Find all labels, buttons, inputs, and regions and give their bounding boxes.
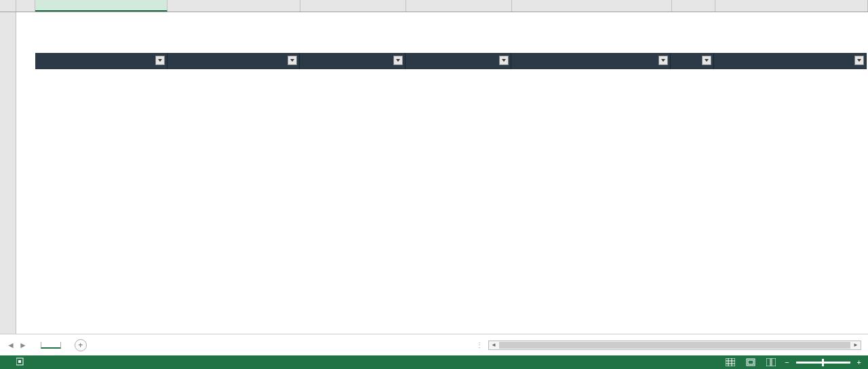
header-notes[interactable] [714, 53, 867, 69]
row-number-gutter [0, 12, 16, 334]
sheet-next-icon[interactable]: ► [19, 341, 27, 350]
scroll-left-icon[interactable]: ◄ [489, 342, 498, 348]
svg-rect-9 [766, 358, 770, 366]
select-all-corner[interactable] [0, 0, 16, 12]
filter-icon[interactable] [499, 56, 509, 65]
sheet-nav-buttons[interactable]: ◄ ► [0, 341, 34, 350]
col-E[interactable] [406, 0, 512, 12]
filter-icon[interactable] [393, 56, 403, 65]
header-security[interactable] [511, 53, 671, 69]
filter-icon[interactable] [702, 56, 711, 65]
view-page-layout-icon[interactable] [744, 357, 757, 367]
filter-icon[interactable] [854, 56, 864, 65]
sheet-tab-bar: ◄ ► + ⋮ ◄ ► [0, 334, 868, 355]
zoom-out-icon[interactable]: − [785, 358, 789, 366]
horizontal-scrollbar[interactable]: ◄ ► [488, 341, 861, 350]
column-header-bar [0, 0, 868, 12]
add-sheet-button[interactable]: + [75, 339, 87, 351]
sheet-prev-icon[interactable]: ◄ [7, 341, 15, 350]
header-username[interactable] [300, 53, 406, 69]
scroll-right-icon[interactable]: ► [851, 342, 861, 348]
col-D[interactable] [300, 0, 406, 12]
header-pin[interactable] [671, 53, 714, 69]
filter-icon[interactable] [288, 56, 297, 65]
scroll-thumb[interactable] [499, 342, 850, 349]
filter-icon[interactable] [658, 56, 668, 65]
view-normal-icon[interactable] [724, 357, 737, 367]
header-site[interactable] [35, 53, 167, 69]
header-password[interactable] [406, 53, 511, 69]
col-A[interactable] [16, 0, 35, 12]
col-G[interactable] [672, 0, 715, 12]
svg-rect-1 [18, 360, 21, 363]
col-F[interactable] [512, 0, 672, 12]
col-B[interactable] [35, 0, 167, 12]
cell-area[interactable] [16, 12, 868, 334]
view-page-break-icon[interactable] [764, 357, 778, 367]
table-header-row [35, 53, 867, 69]
col-C[interactable] [167, 0, 300, 12]
header-website[interactable] [167, 53, 300, 69]
col-H[interactable] [715, 0, 868, 12]
svg-rect-8 [748, 360, 753, 364]
macro-record-icon[interactable] [16, 357, 26, 367]
sheet-tab-active[interactable] [41, 342, 61, 349]
filter-icon[interactable] [155, 56, 165, 65]
zoom-in-icon[interactable]: + [857, 358, 861, 366]
tab-scroll-splitter[interactable]: ⋮ [476, 341, 483, 349]
zoom-slider-thumb[interactable] [822, 359, 824, 366]
zoom-slider[interactable] [796, 362, 850, 364]
svg-rect-2 [726, 358, 735, 366]
status-bar: − + [0, 355, 868, 369]
svg-rect-10 [772, 358, 776, 366]
